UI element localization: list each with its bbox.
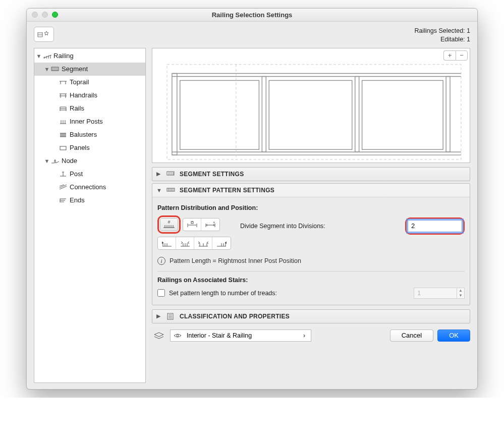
- stepper: ▲ ▼: [457, 288, 465, 299]
- set-pattern-to-treads-checkbox[interactable]: [157, 289, 165, 297]
- mode-fit-button[interactable]: ×: [201, 219, 219, 231]
- section-segment-pattern: ▼ SEGMENT PATTERN SETTINGS Pattern Distr…: [152, 183, 470, 305]
- svg-rect-9: [446, 76, 450, 152]
- classification-icon: [166, 313, 176, 320]
- stepper-down-button[interactable]: ▼: [457, 293, 464, 298]
- chevron-right-icon: ▶: [156, 313, 162, 319]
- stepper-up-button[interactable]: ▲: [457, 288, 464, 293]
- window-controls: [32, 12, 58, 18]
- inner-posts-icon: [59, 118, 69, 126]
- divide-mode-button[interactable]: #: [160, 218, 178, 231]
- tree-label: Node: [61, 157, 77, 165]
- handrails-icon: [59, 91, 69, 99]
- zoom-window-button[interactable]: [52, 12, 58, 18]
- disclosure-triangle-icon[interactable]: ▼: [43, 158, 50, 164]
- plus-icon: +: [448, 51, 452, 59]
- associated-stairs-heading: Railings on Associated Stairs:: [157, 277, 465, 284]
- chevron-right-icon: ▶: [156, 171, 162, 177]
- align-spread-button[interactable]: [194, 237, 212, 250]
- tree-item-segment[interactable]: ▼ Segment: [34, 63, 145, 76]
- panels-icon: [59, 144, 69, 152]
- tree-label: Toprail: [69, 78, 89, 86]
- favorites-button[interactable]: [34, 27, 54, 42]
- divider: [157, 271, 465, 271]
- section-header[interactable]: ▶ SEGMENT SETTINGS: [152, 168, 470, 181]
- svg-rect-13: [167, 64, 461, 159]
- align-center-button[interactable]: [176, 237, 194, 250]
- preview-drawing: [152, 48, 470, 162]
- tree-item-railing[interactable]: ▼ Railing: [34, 49, 145, 63]
- favorites-icon: [37, 30, 50, 39]
- cancel-button[interactable]: Cancel: [390, 330, 433, 342]
- toprail-icon: [59, 78, 69, 86]
- disclosure-triangle-icon[interactable]: ▼: [35, 53, 42, 59]
- svg-rect-19: [191, 222, 193, 224]
- align-end-button[interactable]: [212, 237, 231, 250]
- divisions-input[interactable]: [408, 220, 462, 232]
- distribution-mode-group-2: [157, 237, 231, 250]
- tree-item-post[interactable]: Post: [34, 168, 145, 181]
- align-start-button[interactable]: [158, 237, 176, 250]
- highlight-marker: [405, 217, 465, 235]
- pattern-settings-icon: [166, 187, 176, 194]
- zoom-out-button[interactable]: −: [456, 50, 468, 61]
- svg-rect-1: [60, 146, 66, 150]
- svg-rect-7: [262, 76, 266, 152]
- tree-item-handrails[interactable]: Handrails: [34, 89, 145, 102]
- tree-item-node[interactable]: ▼ Node: [34, 154, 145, 168]
- tree-item-panels[interactable]: Panels: [34, 141, 145, 154]
- svg-rect-11: [269, 80, 352, 149]
- zoom-in-button[interactable]: +: [443, 50, 456, 61]
- tree-label: Rails: [69, 104, 84, 112]
- section-classification: ▶ CLASSIFICATION AND PROPERTIES: [152, 309, 470, 323]
- minimize-window-button[interactable]: [42, 12, 48, 18]
- selection-info: Railings Selected: 1 Editable: 1: [415, 27, 470, 44]
- window-title: Railing Selection Settings: [212, 11, 293, 19]
- tree-label: Inner Posts: [69, 118, 103, 125]
- tree-label: Ends: [69, 196, 85, 204]
- tree-label: Post: [69, 170, 83, 178]
- set-pattern-to-treads-label: Set pattern length to number of treads:: [169, 290, 277, 297]
- railing-icon: [42, 52, 52, 60]
- tree-label: Panels: [69, 144, 90, 151]
- tree-item-balusters[interactable]: Balusters: [34, 128, 145, 141]
- tree-item-ends[interactable]: Ends: [34, 194, 145, 207]
- svg-rect-12: [362, 80, 443, 149]
- svg-point-29: [177, 335, 179, 337]
- chevron-right-icon: ›: [301, 332, 308, 339]
- treads-count-input: [414, 288, 457, 299]
- section-header[interactable]: ▶ CLASSIFICATION AND PROPERTIES: [152, 310, 470, 323]
- svg-rect-6: [172, 73, 177, 155]
- tree-label: Balusters: [69, 131, 97, 138]
- main-panel: + −: [152, 48, 470, 383]
- node-icon: [50, 157, 61, 165]
- layer-icon: [152, 330, 166, 341]
- tree-item-connections[interactable]: Connections: [34, 181, 145, 194]
- mode-lock-button[interactable]: [183, 219, 201, 231]
- divide-segment-label: Divide Segment into Divisions:: [240, 223, 325, 230]
- disclosure-triangle-icon[interactable]: ▼: [43, 66, 50, 72]
- close-window-button[interactable]: [32, 12, 38, 18]
- segment-preview[interactable]: + −: [152, 48, 470, 163]
- connections-icon: [59, 183, 69, 191]
- distribution-mode-group-1: ×: [183, 218, 220, 231]
- railings-selected-label: Railings Selected: 1: [415, 27, 470, 35]
- highlight-marker: #: [157, 215, 181, 234]
- rails-icon: [59, 104, 69, 113]
- layer-selector[interactable]: Interior - Stair & Railing ›: [170, 330, 311, 342]
- section-title: SEGMENT SETTINGS: [180, 171, 244, 178]
- element-tree[interactable]: ▼ Railing ▼ Segment Toprail: [34, 48, 146, 383]
- tree-label: Railing: [52, 52, 74, 60]
- distribution-controls: # ×: [157, 215, 231, 250]
- svg-rect-16: [167, 188, 175, 191]
- tree-item-toprail[interactable]: Toprail: [34, 76, 145, 89]
- svg-text:#: #: [167, 220, 170, 225]
- tree-item-rails[interactable]: Rails: [34, 102, 145, 115]
- section-title: SEGMENT PATTERN SETTINGS: [180, 187, 274, 194]
- dialog-footer: Interior - Stair & Railing › Cancel OK: [152, 327, 470, 342]
- section-header[interactable]: ▼ SEGMENT PATTERN SETTINGS: [152, 184, 470, 197]
- ok-button[interactable]: OK: [437, 330, 470, 342]
- header-row: Railings Selected: 1 Editable: 1: [27, 22, 477, 48]
- info-icon: i: [157, 257, 165, 265]
- tree-item-inner-posts[interactable]: Inner Posts: [34, 115, 145, 128]
